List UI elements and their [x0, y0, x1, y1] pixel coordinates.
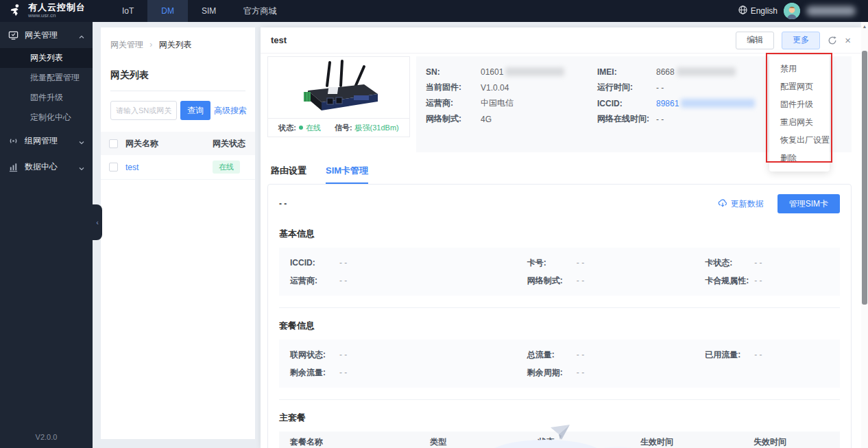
field-value: - - — [339, 346, 347, 364]
breadcrumb-gateway-management[interactable]: 网关管理 — [110, 40, 143, 49]
status-label: 状态: — [278, 123, 296, 133]
globe-icon — [738, 5, 747, 16]
field-label: 运行时间: — [597, 82, 656, 93]
column-gateway-status: 网关状态 — [213, 138, 255, 150]
menu-item-firmware-upgrade[interactable]: 固件升级 — [769, 95, 830, 113]
column-gateway-name: 网关名称 — [125, 138, 213, 150]
close-icon[interactable]: × — [845, 35, 851, 45]
gateway-icon — [8, 30, 19, 40]
field-value: - - — [339, 364, 347, 381]
brand-logo[interactable]: 有人云控制台 www.usr.cn — [0, 3, 108, 20]
username-redacted[interactable] — [806, 6, 856, 16]
menu-item-delete[interactable]: 删除 — [769, 149, 830, 167]
query-button[interactable]: 查询 — [180, 101, 210, 120]
sidebar: 网关管理 网关列表 批量配置管理 固件升级 定制化中心 组网管理 数据中心 V2… — [0, 22, 93, 448]
breadcrumb-gateway-list: 网关列表 — [159, 40, 192, 49]
menu-item-disable[interactable]: 禁用 — [769, 60, 830, 78]
breadcrumb: 网关管理 › 网关列表 — [101, 27, 255, 51]
field-label: ICCID: — [290, 254, 339, 272]
breadcrumb-separator: › — [149, 40, 152, 49]
scrollbar-up-arrow[interactable]: ▲ — [861, 22, 868, 32]
advanced-search-link[interactable]: 高级搜索 — [214, 105, 247, 117]
more-dropdown-menu: 禁用 配置网页 固件升级 重启网关 恢复出厂设置 删除 — [769, 55, 830, 172]
scrollbar-thumb[interactable] — [862, 51, 867, 305]
sidebar-group-network-management[interactable]: 组网管理 — [0, 128, 93, 154]
field-label: 当前固件: — [426, 82, 481, 93]
field-label: 运营商: — [290, 272, 339, 290]
divider — [279, 307, 840, 308]
update-data-link[interactable]: 更新数据 — [718, 198, 764, 210]
field-label: 剩余流量: — [290, 364, 339, 381]
iccid-link[interactable]: 89861 — [656, 99, 679, 108]
language-label: English — [751, 6, 777, 16]
sidebar-group-label: 组网管理 — [25, 135, 58, 147]
chevron-up-icon — [79, 32, 84, 38]
empty-state-illustration — [474, 418, 652, 448]
field-label: 联网状态: — [290, 346, 339, 364]
field-value: - - — [577, 346, 584, 364]
sidebar-group-gateway-management[interactable]: 网关管理 — [0, 22, 93, 48]
sim-card-title: - - — [279, 199, 287, 209]
refresh-icon[interactable] — [828, 36, 837, 45]
product-tabs: IoT DM SIM 官方商城 — [108, 0, 290, 22]
search-input[interactable] — [110, 101, 177, 120]
detail-header: test 编辑 更多 × — [261, 27, 861, 54]
menu-item-factory-reset[interactable]: 恢复出厂设置 — [769, 131, 830, 149]
redacted-blur — [505, 67, 564, 76]
sidebar-collapse-handle[interactable]: ‹ — [93, 204, 102, 240]
divider — [279, 399, 840, 400]
sidebar-submenu: 网关列表 批量配置管理 固件升级 定制化中心 — [0, 48, 93, 128]
brand-title: 有人云控制台 — [28, 3, 86, 12]
status-value: 在线 — [306, 123, 321, 133]
tab-official-store[interactable]: 官方商城 — [230, 0, 290, 22]
menu-item-restart-gateway[interactable]: 重启网关 — [769, 113, 830, 131]
sidebar-item-firmware-upgrade[interactable]: 固件升级 — [0, 88, 93, 108]
vertical-scrollbar: ▲ — [861, 22, 868, 448]
tab-dm[interactable]: DM — [147, 0, 188, 22]
manage-sim-button[interactable]: 管理SIM卡 — [777, 194, 840, 213]
table-row: test 在线 — [101, 155, 255, 180]
more-button[interactable]: 更多 — [782, 32, 820, 49]
basic-info-box: ICCID:- - 卡号:- - 卡状态:- - 运营商:- - 网络制式:- … — [279, 248, 840, 296]
tab-iot[interactable]: IoT — [108, 0, 147, 22]
chevron-down-icon — [79, 164, 84, 169]
update-data-label: 更新数据 — [731, 198, 764, 210]
sidebar-group-data-center[interactable]: 数据中心 — [0, 154, 93, 180]
avatar[interactable] — [784, 3, 800, 19]
edit-button[interactable]: 编辑 — [736, 32, 774, 49]
select-all-checkbox[interactable] — [109, 139, 118, 148]
field-value: - - — [577, 254, 584, 272]
field-label: IMEI: — [597, 67, 656, 77]
tab-sim-management[interactable]: SIM卡管理 — [326, 165, 368, 184]
sidebar-item-gateway-list[interactable]: 网关列表 — [0, 48, 93, 68]
menu-item-config-webpage[interactable]: 配置网页 — [769, 78, 830, 95]
field-value: - - — [339, 272, 347, 290]
network-signal-icon — [8, 136, 19, 146]
field-label: 卡号: — [527, 254, 577, 272]
column-plan-name: 套餐名称 — [290, 436, 430, 448]
section-title-basic-info: 基本信息 — [279, 228, 840, 240]
tab-sim[interactable]: SIM — [188, 0, 230, 22]
online-dot-icon — [299, 126, 303, 130]
chevron-down-icon — [79, 138, 84, 143]
plan-info-box: 联网状态:- - 总流量:- - 已用流量:- - 剩余流量:- - 剩余周期:… — [279, 340, 840, 388]
imei-value: 8668 — [656, 67, 675, 77]
usr-runner-logo-icon — [8, 3, 23, 20]
version-label: V2.0.0 — [0, 433, 93, 441]
field-label: 网络制式: — [527, 272, 577, 290]
tab-route-settings[interactable]: 路由设置 — [271, 165, 306, 184]
device-photo — [268, 57, 409, 119]
table-header: 网关名称 网关状态 — [101, 132, 255, 155]
field-value: - - — [754, 254, 762, 272]
cloud-sync-icon — [718, 198, 727, 209]
gateway-name-link[interactable]: test — [125, 163, 138, 172]
signal-value: 极强(31dBm) — [355, 123, 399, 133]
row-checkbox[interactable] — [109, 163, 118, 172]
bar-chart-icon — [8, 162, 19, 172]
sidebar-item-customization-center[interactable]: 定制化中心 — [0, 108, 93, 128]
uptime-value: - - — [656, 83, 664, 93]
sidebar-item-batch-config[interactable]: 批量配置管理 — [0, 68, 93, 88]
language-switcher[interactable]: English — [738, 5, 777, 16]
device-image-card: 状态: 在线 信号: 极强(31dBm) — [267, 56, 410, 137]
field-label: SN: — [426, 67, 481, 77]
